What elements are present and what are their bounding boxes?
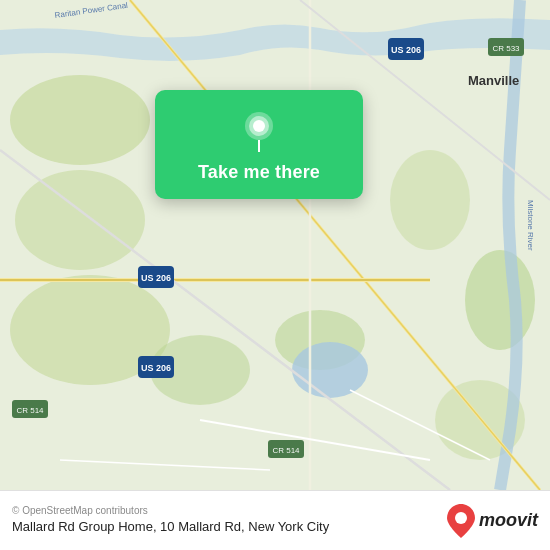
card-overlay: Take me there: [155, 90, 363, 199]
svg-point-6: [390, 150, 470, 250]
moovit-wordmark: moovit: [479, 510, 538, 531]
svg-point-35: [253, 120, 265, 132]
take-me-there-button[interactable]: Take me there: [198, 162, 320, 183]
svg-text:CR 533: CR 533: [492, 44, 520, 53]
moovit-pin-icon: [447, 504, 475, 538]
map-svg: Raritan Power Canal Milstone River US: [0, 0, 550, 490]
svg-point-36: [455, 512, 467, 524]
svg-point-2: [15, 170, 145, 270]
bottom-bar: © OpenStreetMap contributors Mallard Rd …: [0, 490, 550, 550]
svg-text:CR 514: CR 514: [16, 406, 44, 415]
svg-text:US 206: US 206: [391, 45, 421, 55]
svg-point-1: [10, 75, 150, 165]
svg-point-9: [292, 342, 368, 398]
milstone-river-label: Milstone River: [526, 200, 535, 251]
moovit-logo: moovit: [447, 504, 538, 538]
svg-text:US 206: US 206: [141, 363, 171, 373]
svg-text:US 206: US 206: [141, 273, 171, 283]
location-pin-icon: [237, 108, 281, 152]
address-text: Mallard Rd Group Home, 10 Mallard Rd, Ne…: [12, 518, 437, 536]
svg-text:Manville: Manville: [468, 73, 519, 88]
svg-point-7: [465, 250, 535, 350]
svg-text:CR 514: CR 514: [272, 446, 300, 455]
address-block: © OpenStreetMap contributors Mallard Rd …: [12, 505, 437, 536]
map-container: Raritan Power Canal Milstone River US: [0, 0, 550, 490]
copyright-text: © OpenStreetMap contributors: [12, 505, 437, 516]
